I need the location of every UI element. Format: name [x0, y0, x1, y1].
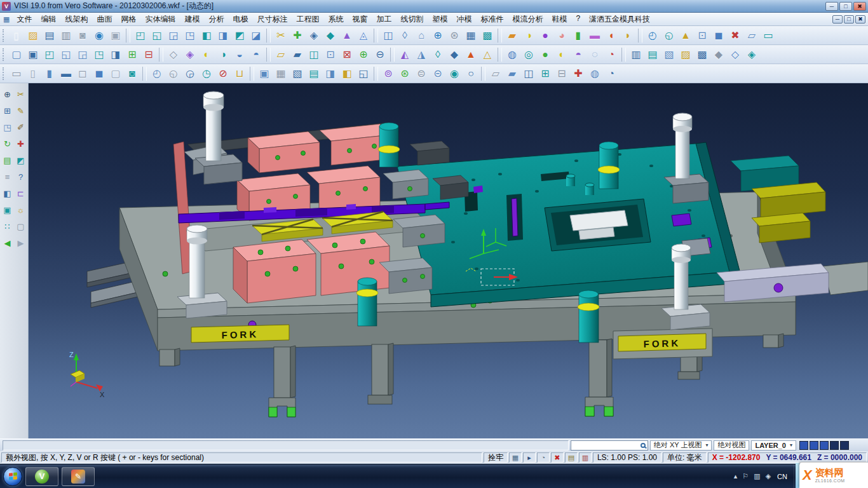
toolbar-icon[interactable]: ◆: [710, 47, 727, 62]
toolbar-icon[interactable]: ◱: [149, 28, 165, 43]
toolbar-icon[interactable]: [390, 48, 395, 62]
toolbar-icon[interactable]: ⊟: [553, 66, 570, 81]
toolbar-icon[interactable]: [266, 29, 271, 43]
tray-icon[interactable]: ▥: [754, 472, 760, 480]
side-tool-icon[interactable]: ?: [15, 171, 27, 182]
toolbar-icon[interactable]: ▦: [463, 28, 479, 43]
toolbar-icon[interactable]: ◨: [215, 28, 231, 43]
toolbar-icon[interactable]: ◓: [570, 47, 587, 62]
toolbar-icon[interactable]: ⊛: [446, 28, 463, 43]
taskbar-app-2[interactable]: ✎: [62, 467, 95, 486]
maximize-button[interactable]: □: [839, 2, 852, 11]
toolbar-icon[interactable]: ▬: [58, 66, 74, 81]
toolbar-icon[interactable]: ▨: [677, 47, 694, 62]
toolbar-icon[interactable]: ⊚: [380, 66, 397, 81]
toolbar-icon[interactable]: ◼: [91, 66, 107, 81]
toolbar-icon[interactable]: ▤: [644, 47, 661, 62]
toolbar-icon[interactable]: ✚: [570, 66, 587, 81]
toolbar-icon[interactable]: ▧: [661, 47, 677, 62]
toolbar-icon[interactable]: ◖: [603, 28, 620, 43]
menu-item[interactable]: 尺寸标注: [252, 13, 292, 26]
toolbar-icon[interactable]: ◳: [91, 47, 107, 62]
toolbar-icon[interactable]: [498, 48, 502, 62]
toolbar-icon[interactable]: ◴: [149, 66, 165, 81]
toolbar-icon[interactable]: ▧: [289, 66, 306, 81]
mdi-restore-button[interactable]: □: [844, 15, 854, 24]
layer-color-swatch[interactable]: [799, 441, 808, 450]
toolbar-icon[interactable]: ▩: [694, 47, 710, 62]
toolbar-icon[interactable]: ▱: [273, 47, 289, 62]
toolbar-grip[interactable]: [3, 67, 6, 80]
menu-item[interactable]: 线切割: [396, 13, 428, 26]
menu-item[interactable]: 文件: [12, 13, 36, 26]
toolbar-icon[interactable]: [638, 29, 642, 43]
layer-color-swatch[interactable]: [810, 441, 818, 450]
side-tool-icon[interactable]: ✂: [15, 88, 27, 100]
toolbar-icon[interactable]: ◈: [182, 47, 198, 62]
toolbar-icon[interactable]: ⌂: [413, 28, 430, 43]
toolbar-icon[interactable]: [481, 67, 485, 81]
taskbar-app-visi[interactable]: V: [25, 467, 58, 486]
toolbar-icon[interactable]: ◰: [132, 28, 149, 43]
toolbar-icon[interactable]: ⊔: [231, 66, 248, 81]
view-mode-combo[interactable]: 绝对视图: [714, 440, 749, 451]
toolbar-icon[interactable]: ▤: [306, 66, 322, 81]
toolbar-icon[interactable]: ◰: [41, 47, 58, 62]
toolbar-icon[interactable]: ▱: [487, 66, 504, 81]
toolbar-icon[interactable]: ▦: [273, 66, 289, 81]
command-input[interactable]: [573, 442, 639, 449]
toolbar-icon[interactable]: [250, 67, 254, 81]
menu-item[interactable]: 分析: [204, 13, 228, 26]
toolbar-icon[interactable]: ✖: [727, 28, 743, 43]
close-button[interactable]: ✖: [853, 2, 866, 11]
command-inputbox[interactable]: [571, 440, 648, 451]
tray-icon[interactable]: ⚐: [742, 472, 749, 480]
viewport-3d[interactable]: FORK FORK: [29, 83, 868, 438]
layer-color-swatch[interactable]: [830, 441, 839, 450]
toolbar-icon[interactable]: ◩: [231, 28, 248, 43]
toolbar-icon[interactable]: ⊛: [397, 66, 413, 81]
side-tool-icon[interactable]: ◀: [2, 237, 13, 248]
toolbar-icon[interactable]: ◑: [215, 47, 231, 62]
toolbar-icon[interactable]: ◔: [603, 47, 620, 62]
toolbar-icon[interactable]: ◉: [91, 28, 107, 43]
toolbar-icon[interactable]: [159, 48, 163, 62]
menu-item[interactable]: 标准件: [476, 13, 508, 26]
menu-item[interactable]: ?: [571, 13, 585, 26]
workplane-combo[interactable]: 绝对 XY 上视图 ▾: [650, 440, 712, 451]
toolbar-icon[interactable]: ◱: [58, 47, 74, 62]
status-tool-icon[interactable]: ▦: [509, 452, 522, 463]
toolbar-icon[interactable]: ◵: [165, 66, 182, 81]
toolbar-icon[interactable]: ⊕: [355, 47, 372, 62]
side-tool-icon[interactable]: ✎: [15, 105, 27, 116]
toolbar-icon[interactable]: ◨: [107, 47, 124, 62]
toolbar-icon[interactable]: ◪: [248, 28, 264, 43]
toolbar-icon[interactable]: ▯: [8, 28, 25, 43]
toolbar-icon[interactable]: ◭: [397, 47, 413, 62]
side-tool-icon[interactable]: ⊏: [15, 187, 27, 199]
side-tool-icon[interactable]: ▣: [2, 204, 13, 215]
menu-item[interactable]: 系统: [323, 13, 348, 26]
toolbar-icon[interactable]: ◍: [504, 47, 520, 62]
toolbar-icon[interactable]: ✂: [273, 28, 289, 43]
toolbar-icon[interactable]: ▥: [628, 47, 644, 62]
toolbar-icon[interactable]: ▩: [479, 28, 496, 43]
toolbar-icon[interactable]: ⊡: [322, 47, 339, 62]
toolbar-icon[interactable]: ◑: [520, 28, 537, 43]
toolbar-icon[interactable]: ▲: [339, 28, 355, 43]
toolbar-icon[interactable]: ▯: [25, 66, 41, 81]
toolbar-icon[interactable]: ◕: [553, 28, 570, 43]
start-button[interactable]: [3, 467, 22, 486]
toolbar-icon[interactable]: ◌: [587, 47, 603, 62]
toolbar-icon[interactable]: ◼: [710, 28, 727, 43]
toolbar-icon[interactable]: ◨: [322, 66, 339, 81]
toolbar-icon[interactable]: ◓: [248, 47, 264, 62]
toolbar-icon[interactable]: ○: [463, 66, 479, 81]
toolbar-icon[interactable]: △: [479, 47, 496, 62]
layer-color-swatch[interactable]: [820, 441, 829, 450]
toolbar-icon[interactable]: ◮: [413, 47, 430, 62]
side-tool-icon[interactable]: ◩: [15, 154, 27, 166]
viewport-canvas[interactable]: FORK FORK: [29, 83, 868, 438]
toolbar-icon[interactable]: ▮: [41, 66, 58, 81]
toolbar-icon[interactable]: [374, 67, 378, 81]
